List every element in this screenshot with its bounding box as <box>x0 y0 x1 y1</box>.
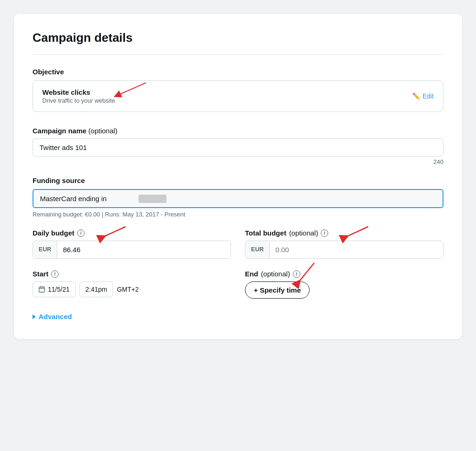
campaign-name-label: Campaign name (optional) <box>33 127 443 135</box>
chevron-right-icon <box>33 314 36 319</box>
objective-subtitle: Drive traffic to your website <box>42 97 115 104</box>
total-budget-label: Total budget (optional) i <box>245 229 443 237</box>
page-title: Campaign details <box>33 31 443 45</box>
budget-row: Daily budget i EUR Total bud <box>33 229 443 259</box>
total-budget-value[interactable] <box>270 241 443 258</box>
objective-box: Website clicks Drive traffic to your web… <box>33 80 443 112</box>
calendar-icon <box>39 286 45 293</box>
title-divider <box>33 54 443 55</box>
advanced-section: Advanced <box>33 313 443 320</box>
start-end-row: Start i 11/5/21 2:41pm GMT+2 <box>33 270 443 299</box>
daily-budget-section: Daily budget i EUR <box>33 229 231 259</box>
start-fields: 11/5/21 2:41pm GMT+2 <box>33 281 231 297</box>
advanced-link[interactable]: Advanced <box>33 313 443 320</box>
total-budget-info-icon: i <box>321 229 328 237</box>
objective-label: Objective <box>33 68 443 76</box>
objective-title: Website clicks <box>42 88 115 96</box>
masked-card-number <box>139 195 166 203</box>
char-count: 240 <box>33 158 443 165</box>
total-budget-input-group: EUR <box>245 241 443 259</box>
daily-budget-value[interactable] <box>57 241 231 258</box>
total-budget-currency: EUR <box>245 241 270 258</box>
svg-line-0 <box>117 83 146 95</box>
end-label: End (optional) i <box>245 270 443 278</box>
daily-budget-input-group: EUR <box>33 241 231 259</box>
funding-hint: Remaining budget: €0.00 | Runs: May 13, … <box>33 211 443 218</box>
start-date-button[interactable]: 11/5/21 <box>33 281 76 297</box>
start-label: Start i <box>33 270 231 278</box>
start-timezone: GMT+2 <box>117 286 139 293</box>
funding-source-wrapper <box>33 189 443 208</box>
end-info-icon: i <box>293 270 300 278</box>
campaign-details-card: Campaign details Objective Website click… <box>14 14 462 339</box>
daily-budget-currency: EUR <box>33 241 57 258</box>
total-budget-section: Total budget (optional) i EUR <box>245 229 443 259</box>
start-section: Start i 11/5/21 2:41pm GMT+2 <box>33 270 231 299</box>
objective-content: Website clicks Drive traffic to your web… <box>42 88 115 104</box>
daily-budget-label: Daily budget i <box>33 229 231 237</box>
objective-section: Objective Website clicks Drive traffic t… <box>33 68 443 112</box>
funding-source-label: Funding source <box>33 176 443 184</box>
daily-budget-info-icon: i <box>77 229 85 237</box>
end-section: End (optional) i + Specify time <box>245 270 443 299</box>
specify-time-button[interactable]: + Specify time <box>245 281 310 299</box>
campaign-name-input[interactable] <box>33 138 443 157</box>
svg-line-2 <box>345 227 368 237</box>
start-time-button[interactable]: 2:41pm <box>79 281 113 297</box>
specify-time-wrapper: + Specify time <box>245 281 310 299</box>
start-info-icon: i <box>51 270 59 278</box>
svg-line-1 <box>102 227 126 237</box>
edit-link[interactable]: ✏️ Edit <box>412 92 434 100</box>
funding-source-section: Funding source Remaining budget: €0.00 |… <box>33 176 443 218</box>
campaign-name-section: Campaign name (optional) 240 <box>33 127 443 165</box>
svg-rect-3 <box>39 287 45 292</box>
funding-source-input[interactable] <box>33 189 443 208</box>
edit-icon: ✏️ <box>412 92 420 100</box>
